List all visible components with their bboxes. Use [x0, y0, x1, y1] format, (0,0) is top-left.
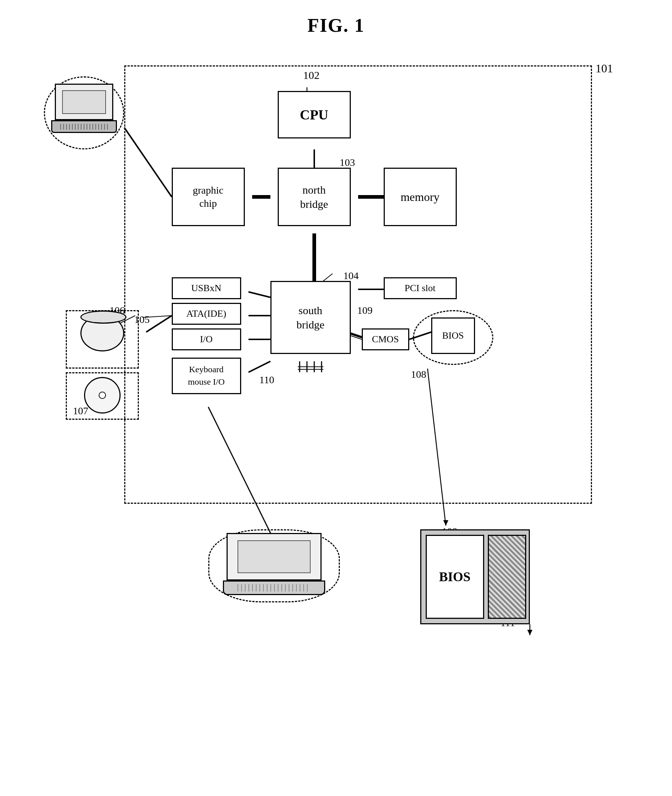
label-101: 101 — [596, 62, 613, 75]
label-110: 110 — [259, 374, 274, 386]
laptop-screen-inner — [62, 90, 106, 114]
north-bridge-label: north bridge — [300, 183, 328, 211]
bottom-laptop-screen — [227, 533, 322, 580]
north-bridge-box: north bridge — [278, 168, 351, 226]
ata-label: ATA(IDE) — [186, 308, 226, 319]
label-104: 104 — [344, 270, 359, 282]
diagram-container: 101 102 CPU 103 north bridge graphic chi… — [44, 54, 629, 748]
label-103: 103 — [340, 157, 355, 168]
cmos-box: CMOS — [362, 328, 409, 350]
page-title: FIG. 1 — [307, 14, 364, 36]
graphic-chip-label: graphic chip — [193, 184, 224, 210]
io-label: I/O — [200, 334, 213, 345]
usb-box: USBxN — [172, 277, 241, 299]
svg-marker-18 — [443, 520, 448, 526]
bios-inner-label: BIOS — [442, 330, 464, 341]
usb-label: USBxN — [191, 283, 221, 294]
graphic-chip-box: graphic chip — [172, 168, 245, 226]
bios-chip-label: BIOS — [439, 569, 470, 585]
bios-inner-box: BIOS — [431, 318, 475, 354]
svg-marker-20 — [527, 630, 533, 635]
bottom-laptop — [219, 533, 329, 603]
laptop-base — [51, 120, 117, 133]
laptop-screen — [55, 84, 113, 120]
pci-slot-label: PCI slot — [405, 283, 435, 294]
south-bridge-box: south bridge — [270, 281, 351, 354]
bottom-laptop-keyboard — [237, 584, 310, 591]
keyboard-label: Keyboard mouse I/O — [188, 363, 225, 388]
cmos-label: CMOS — [372, 334, 399, 345]
label-108: 108 — [411, 369, 426, 380]
bios-chip-inner: BIOS — [426, 535, 484, 619]
ata-box: ATA(IDE) — [172, 303, 241, 325]
cpu-box: CPU — [278, 91, 351, 139]
label-102: 102 — [303, 69, 320, 82]
top-left-laptop — [51, 84, 117, 140]
south-bridge-label: south bridge — [296, 303, 325, 332]
hdd-cylinder — [80, 315, 124, 352]
disc-icon — [84, 377, 121, 414]
disc-hole — [99, 392, 106, 399]
label-109: 109 — [357, 305, 373, 316]
disc-dashed-box — [66, 372, 139, 420]
hdd-dashed-box — [66, 310, 139, 369]
bottom-laptop-base — [223, 580, 325, 595]
bottom-laptop-screen-inner — [237, 540, 310, 573]
memory-box: memory — [384, 168, 457, 226]
bios-chip-stripe — [488, 535, 526, 619]
laptop-keyboard — [60, 124, 108, 130]
cpu-label: CPU — [300, 107, 328, 123]
pci-slot-box: PCI slot — [384, 277, 457, 299]
memory-label: memory — [400, 190, 440, 204]
keyboard-box: Keyboard mouse I/O — [172, 358, 241, 394]
io-box: I/O — [172, 328, 241, 350]
